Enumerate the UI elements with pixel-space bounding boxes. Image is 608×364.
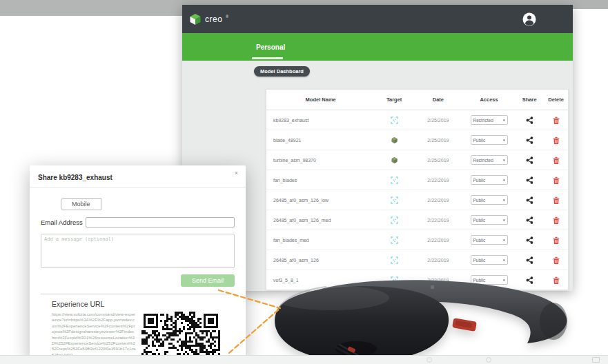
access-cell: Public▾ — [463, 190, 516, 210]
share-dialog: Share kb9283_exhaust × Mobile 3D Headset… — [30, 165, 246, 364]
share-button[interactable] — [526, 176, 533, 184]
share-icon — [526, 117, 533, 124]
share-button[interactable] — [526, 136, 533, 144]
share-cell — [515, 170, 544, 190]
access-select[interactable]: Public▾ — [471, 135, 508, 145]
access-select[interactable]: Public▾ — [471, 195, 508, 205]
share-cell — [515, 110, 544, 130]
table-row: fan_blades_med2/22/2019Public▾ — [266, 230, 568, 250]
trash-icon — [553, 176, 560, 184]
share-button[interactable] — [526, 156, 533, 164]
email-row: Email Address — [41, 217, 235, 228]
delete-cell — [544, 230, 568, 250]
delete-cell — [544, 170, 568, 190]
model-date: 2/22/2019 — [413, 230, 463, 250]
delete-cell — [544, 130, 568, 150]
table-row: kb9283_exhaust2/25/2019Restricted▾ — [266, 110, 568, 130]
access-select[interactable]: Public▾ — [471, 255, 508, 265]
delete-button[interactable] — [553, 216, 560, 224]
background-top-left-strip — [0, 0, 182, 16]
table-row: fan_blades2/22/2019Public▾ — [266, 170, 568, 190]
share-dialog-header: Share kb9283_exhaust × — [30, 165, 246, 188]
share-icon — [526, 196, 533, 204]
share-cell — [515, 230, 544, 250]
close-icon[interactable]: × — [235, 170, 238, 176]
access-select[interactable]: Public▾ — [471, 215, 508, 225]
hololens-headset-image — [268, 274, 571, 364]
delete-cell — [544, 150, 568, 170]
delete-button[interactable] — [553, 176, 560, 184]
share-icon — [526, 176, 533, 184]
creo-cube-icon — [189, 13, 202, 26]
table-header-row: Model Name Target Date Access Share Dele… — [266, 90, 568, 110]
model-name: turbine_asm_98370 — [266, 150, 375, 170]
delete-cell — [544, 210, 568, 230]
share-button[interactable] — [526, 256, 533, 264]
caret-down-icon: ▾ — [503, 119, 505, 122]
delete-button[interactable] — [553, 196, 560, 204]
access-select[interactable]: Public▾ — [471, 175, 508, 185]
delete-button[interactable] — [553, 136, 560, 144]
app-nav-bar: Personal — [182, 33, 573, 61]
experience-url-heading: Experience URL — [52, 300, 235, 308]
send-email-button[interactable]: Send Email — [181, 274, 235, 287]
table-row: blade_489212/25/2019Public▾ — [266, 130, 568, 150]
model-date: 2/22/2019 — [413, 190, 463, 210]
model-name: 26485_af0_asm_126_low — [266, 190, 375, 210]
app-top-bar: creo® — [182, 5, 573, 33]
model-dashboard-button[interactable]: Model Dashboard — [254, 66, 310, 77]
creo-logo[interactable]: creo® — [189, 13, 228, 26]
target-cell — [375, 110, 413, 130]
model-target-icon — [391, 156, 398, 164]
model-date: 2/22/2019 — [413, 250, 463, 270]
delete-cell — [544, 250, 568, 270]
trash-icon — [553, 196, 560, 204]
models-table: Model Name Target Date Access Share Dele… — [266, 89, 569, 290]
brand-mark: ® — [226, 14, 228, 19]
target-cell — [375, 170, 413, 190]
message-field[interactable] — [41, 234, 235, 268]
delete-button[interactable] — [553, 236, 560, 244]
personal-tab-underline — [252, 57, 283, 59]
trash-icon — [553, 256, 560, 264]
user-avatar-button[interactable] — [522, 12, 536, 26]
target-cell — [375, 150, 413, 170]
share-button[interactable] — [526, 216, 533, 224]
access-cell: Public▾ — [463, 250, 516, 270]
delete-button[interactable] — [553, 117, 560, 124]
share-cell — [515, 190, 544, 210]
model-name: 26485_af0_asm_126 — [266, 250, 375, 270]
scan-target-icon — [391, 176, 398, 184]
share-button[interactable] — [526, 236, 533, 244]
model-date: 2/22/2019 — [413, 210, 463, 230]
scan-target-icon — [391, 216, 398, 224]
column-header-model-name: Model Name — [266, 97, 375, 103]
share-icon — [526, 236, 533, 244]
tab-mobile[interactable]: Mobile — [61, 198, 101, 210]
column-header-date: Date — [413, 97, 463, 103]
access-select[interactable]: Public▾ — [471, 235, 508, 245]
share-button[interactable] — [526, 196, 533, 204]
ghost-square-icon — [592, 357, 600, 363]
delete-button[interactable] — [553, 156, 560, 164]
access-cell: Public▾ — [463, 230, 516, 250]
delete-button[interactable] — [553, 256, 560, 264]
target-cell — [375, 190, 413, 210]
model-target-icon — [391, 136, 398, 144]
table-body: kb9283_exhaust2/25/2019Restricted▾blade_… — [266, 110, 568, 290]
email-field[interactable] — [86, 217, 235, 228]
trash-icon — [553, 156, 560, 164]
brand-text: creo — [205, 14, 222, 24]
share-button[interactable] — [526, 117, 533, 124]
column-header-delete: Delete — [544, 97, 568, 103]
share-icon — [526, 256, 533, 264]
share-dialog-title: Share kb9283_exhaust — [38, 174, 112, 181]
access-select[interactable]: Restricted▾ — [471, 115, 508, 125]
share-icon — [526, 136, 533, 144]
tab-personal[interactable]: Personal — [256, 33, 285, 61]
access-select[interactable]: Restricted▾ — [471, 155, 508, 165]
account-icon — [522, 12, 536, 26]
caret-down-icon: ▾ — [503, 179, 505, 182]
ghost-circle-icon — [486, 357, 491, 363]
access-cell: Restricted▾ — [463, 150, 516, 170]
